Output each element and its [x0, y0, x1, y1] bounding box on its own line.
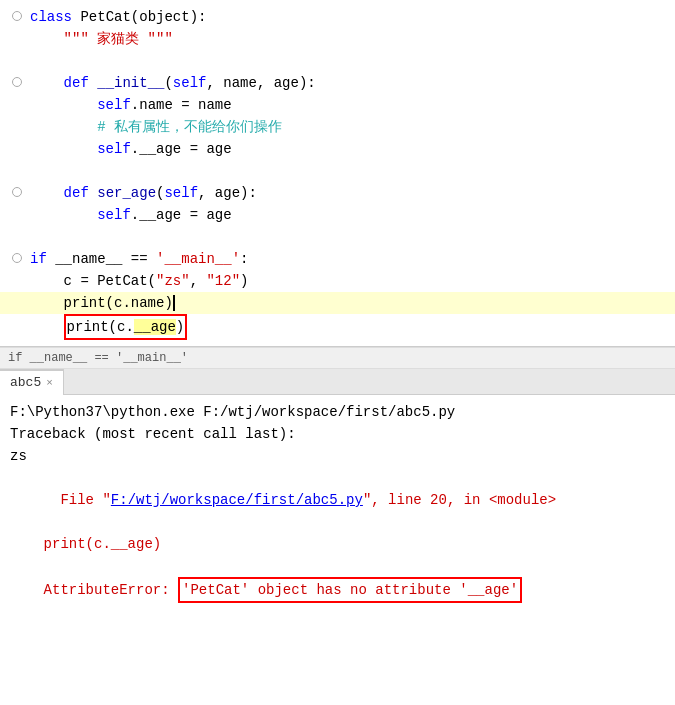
- editor-area: class PetCat(object): """ 家猫类 """ def __…: [0, 0, 675, 347]
- line-content-14: print(c.name): [26, 292, 675, 314]
- tab-close-button[interactable]: ×: [46, 377, 53, 389]
- gutter-12: [8, 253, 26, 263]
- line-content-1: class PetCat(object):: [26, 6, 675, 28]
- tab-abc5[interactable]: abc5 ×: [0, 369, 64, 395]
- code-line-4: def __init__(self, name, age):: [0, 72, 675, 94]
- breakpoint-dot-9: [12, 187, 22, 197]
- error-highlight: print(c.__age): [64, 314, 188, 340]
- line-content-12: if __name__ == '__main__':: [26, 248, 675, 270]
- code-line-9: def ser_age(self, age):: [0, 182, 675, 204]
- gutter-9: [8, 187, 26, 197]
- code-line-10: self.__age = age: [0, 204, 675, 226]
- gutter-1: [8, 11, 26, 21]
- console-line-1: Traceback (most recent call last):: [10, 423, 665, 445]
- error-box: 'PetCat' object has no attribute '__age': [178, 577, 522, 603]
- line-content-6: # 私有属性，不能给你们操作: [26, 116, 675, 138]
- code-line-13: c = PetCat("zs", "12"): [0, 270, 675, 292]
- line-content-3: [26, 50, 675, 72]
- code-line-12: if __name__ == '__main__':: [0, 248, 675, 270]
- line-content-7: self.__age = age: [26, 138, 675, 160]
- age-highlight: __age: [134, 319, 176, 335]
- breadcrumb-bar: if __name__ == '__main__': [0, 347, 675, 369]
- code-line-1: class PetCat(object):: [0, 6, 675, 28]
- code-line-7: self.__age = age: [0, 138, 675, 160]
- console-line-5: AttributeError: 'PetCat' object has no a…: [10, 555, 665, 625]
- code-line-5: self.name = name: [0, 94, 675, 116]
- line-content-5: self.name = name: [26, 94, 675, 116]
- breakpoint-dot-1: [12, 11, 22, 21]
- code-line-15: print(c.__age): [0, 314, 675, 340]
- gutter-4: [8, 77, 26, 87]
- code-line-8: [0, 160, 675, 182]
- line-content-9: def ser_age(self, age):: [26, 182, 675, 204]
- console-text-3b: ", line 20, in <module>: [363, 492, 556, 508]
- line-content-15: print(c.__age): [26, 314, 675, 340]
- tab-name: abc5: [10, 375, 41, 390]
- console-text-0: F:\Python37\python.exe F:/wtj/workspace/…: [10, 404, 455, 420]
- code-line-2: """ 家猫类 """: [0, 28, 675, 50]
- cursor: [173, 295, 175, 311]
- console-line-2: zs: [10, 445, 665, 467]
- code-line-6: # 私有属性，不能给你们操作: [0, 116, 675, 138]
- code-line-11: [0, 226, 675, 248]
- console-link[interactable]: F:/wtj/workspace/first/abc5.py: [111, 492, 363, 508]
- console-line-4: print(c.__age): [10, 533, 665, 555]
- console-line-3: File "F:/wtj/workspace/first/abc5.py", l…: [10, 467, 665, 533]
- console-text-5a: AttributeError:: [44, 582, 178, 598]
- code-line-14: print(c.name): [0, 292, 675, 314]
- line-content-2: """ 家猫类 """: [26, 28, 675, 50]
- line-content-13: c = PetCat("zs", "12"): [26, 270, 675, 292]
- line-content-11: [26, 226, 675, 248]
- console-text-4: print(c.__age): [10, 536, 161, 552]
- breakpoint-dot-12: [12, 253, 22, 263]
- console-area: F:\Python37\python.exe F:/wtj/workspace/…: [0, 395, 675, 631]
- console-text-2: zs: [10, 448, 27, 464]
- code-line-3: [0, 50, 675, 72]
- breadcrumb-text: if __name__ == '__main__': [8, 351, 188, 365]
- tab-bar: abc5 ×: [0, 369, 675, 395]
- console-text-1: Traceback (most recent call last):: [10, 426, 296, 442]
- line-content-8: [26, 160, 675, 182]
- line-content-10: self.__age = age: [26, 204, 675, 226]
- line-content-4: def __init__(self, name, age):: [26, 72, 675, 94]
- console-text-3a: File ": [44, 492, 111, 508]
- console-line-0: F:\Python37\python.exe F:/wtj/workspace/…: [10, 401, 665, 423]
- breakpoint-dot-4: [12, 77, 22, 87]
